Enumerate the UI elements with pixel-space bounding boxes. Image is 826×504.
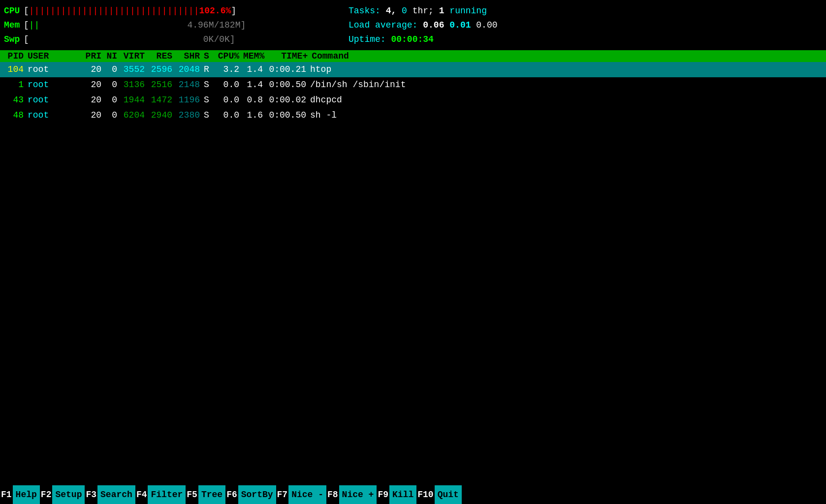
row-shr: 2380 — [176, 109, 204, 122]
row-virt: 3136 — [121, 78, 149, 92]
uptime-line: Uptime: 00:00:34 — [349, 32, 822, 47]
footer-fkey: F7 — [276, 485, 289, 504]
footer-label[interactable]: Setup — [52, 485, 85, 504]
row-time: 0:00.02 — [267, 94, 310, 107]
row-user: root — [28, 94, 82, 107]
table-row[interactable]: 1 root 20 0 3136 2516 2148 S 0.0 1.4 0:0… — [0, 77, 826, 93]
footer-item-nice-+[interactable]: F8Nice + — [326, 485, 377, 504]
footer-label[interactable]: Filter — [148, 485, 186, 504]
footer-item-setup[interactable]: F2Setup — [40, 485, 85, 504]
table-row[interactable]: 48 root 20 0 6204 2940 2380 S 0.0 1.6 0:… — [0, 108, 826, 123]
footer-item-tree[interactable]: F5Tree — [186, 485, 225, 504]
header-shr: SHR — [176, 51, 204, 61]
row-s: S — [204, 94, 216, 107]
footer-item-quit[interactable]: F10Quit — [416, 485, 462, 504]
footer-label[interactable]: Search — [97, 485, 135, 504]
tasks-thr-label: thr; — [413, 6, 434, 16]
footer-fkey: F5 — [186, 485, 198, 504]
mem-bracket-open: [ — [24, 18, 29, 32]
header-cmd: Command — [312, 51, 822, 61]
row-mem: 1.4 — [243, 78, 267, 92]
tasks-line: Tasks: 4, 0 thr; 1 running — [349, 4, 822, 18]
cpu-percent: 102.6% — [199, 4, 231, 18]
footer: F1HelpF2SetupF3SearchF4FilterF5TreeF6Sor… — [0, 485, 826, 504]
header-mem: MEM% — [243, 51, 268, 61]
row-cpu: 0.0 — [216, 109, 243, 122]
footer-item-nice--[interactable]: F7Nice - — [276, 485, 326, 504]
header-res: RES — [149, 51, 176, 61]
footer-label[interactable]: Nice + — [339, 485, 377, 504]
footer-item-kill[interactable]: F9Kill — [377, 485, 416, 504]
footer-fkey: F2 — [40, 485, 53, 504]
footer-label[interactable]: Tree — [198, 485, 225, 504]
tasks-running-label: running — [449, 6, 487, 16]
footer-label[interactable]: Kill — [389, 485, 416, 504]
cpu-bracket-close: ] — [231, 4, 236, 18]
row-cmd: sh -l — [310, 109, 822, 122]
row-cmd: htop — [310, 63, 822, 76]
row-cpu: 3.2 — [216, 63, 243, 76]
footer-item-help[interactable]: F1Help — [0, 485, 40, 504]
footer-label[interactable]: Nice - — [288, 485, 326, 504]
mem-label: Mem — [4, 18, 24, 32]
row-time: 0:00.50 — [267, 78, 310, 92]
row-virt: 6204 — [121, 109, 149, 122]
row-virt: 3552 — [121, 63, 149, 76]
mem-line: Mem [ || 4.96M/182M] — [4, 18, 329, 32]
row-cmd: /bin/sh /sbin/init — [310, 78, 822, 92]
row-shr: 2148 — [176, 78, 204, 92]
header-cpu: CPU% — [216, 51, 243, 61]
footer-item-sortby[interactable]: F6SortBy — [225, 485, 276, 504]
row-cpu: 0.0 — [216, 78, 243, 92]
swp-values: 0K/0K] — [203, 32, 237, 47]
row-s: R — [204, 63, 216, 76]
cpu-bar-filled: |||||||||||||||||||||||||||||||| — [29, 4, 199, 18]
process-rows: 104 root 20 0 3552 2596 2048 R 3.2 1.4 0… — [0, 62, 826, 123]
terminal: CPU [ |||||||||||||||||||||||||||||||| 1… — [0, 0, 826, 504]
header: CPU [ |||||||||||||||||||||||||||||||| 1… — [0, 4, 826, 46]
footer-label[interactable]: SortBy — [238, 485, 276, 504]
table-row[interactable]: 104 root 20 0 3552 2596 2048 R 3.2 1.4 0… — [0, 62, 826, 77]
row-ni: 0 — [105, 109, 121, 122]
right-stats: Tasks: 4, 0 thr; 1 running Load average:… — [329, 4, 822, 46]
row-s: S — [204, 78, 216, 92]
table-row[interactable]: 43 root 20 0 1944 1472 1196 S 0.0 0.8 0:… — [0, 93, 826, 108]
row-mem: 1.4 — [243, 63, 267, 76]
header-pri: PRI — [82, 51, 105, 61]
row-pri: 20 — [82, 109, 105, 122]
footer-fkey: F10 — [416, 485, 434, 504]
process-table: PID USER PRI NI VIRT RES SHR S CPU% MEM%… — [0, 50, 826, 123]
cpu-bracket-open: [ — [24, 4, 29, 18]
row-ni: 0 — [105, 78, 121, 92]
row-virt: 1944 — [121, 94, 149, 107]
tasks-count: 4, — [386, 6, 397, 16]
load-line: Load average: 0.06 0.01 0.00 — [349, 18, 822, 32]
row-pri: 20 — [82, 94, 105, 107]
row-mem: 0.8 — [243, 94, 267, 107]
row-res: 2596 — [149, 63, 176, 76]
footer-fkey: F4 — [135, 485, 148, 504]
row-pri: 20 — [82, 78, 105, 92]
row-s: S — [204, 109, 216, 122]
row-cmd: dhcpcd — [310, 94, 822, 107]
row-ni: 0 — [105, 94, 121, 107]
cpu-line: CPU [ |||||||||||||||||||||||||||||||| 1… — [4, 4, 329, 18]
row-ni: 0 — [105, 63, 121, 76]
table-header: PID USER PRI NI VIRT RES SHR S CPU% MEM%… — [0, 50, 826, 62]
row-mem: 1.6 — [243, 109, 267, 122]
load-1: 0.06 — [423, 20, 444, 30]
swp-line: Swp [ 0K/0K] — [4, 32, 329, 47]
footer-label[interactable]: Help — [13, 485, 40, 504]
footer-item-search[interactable]: F3Search — [85, 485, 135, 504]
uptime-value: 00:00:34 — [391, 34, 433, 44]
header-s: S — [204, 51, 216, 61]
mem-bar-green: || — [29, 18, 40, 32]
footer-label[interactable]: Quit — [435, 485, 462, 504]
row-res: 2940 — [149, 109, 176, 122]
footer-fkey: F6 — [225, 485, 238, 504]
footer-item-filter[interactable]: F4Filter — [135, 485, 186, 504]
row-shr: 1196 — [176, 94, 204, 107]
load-15: 0.00 — [476, 20, 497, 30]
tasks-label: Tasks: — [349, 6, 381, 16]
row-time: 0:00.21 — [267, 63, 310, 76]
